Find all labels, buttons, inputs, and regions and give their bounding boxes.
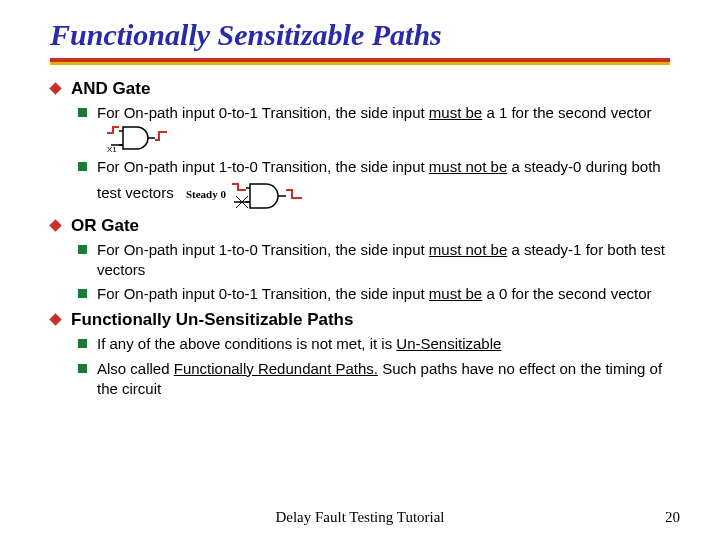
unsens-item-2: Also called Functionally Redundant Paths… — [78, 359, 670, 400]
text-underline: must not be — [429, 241, 507, 258]
square-bullet-icon — [78, 162, 87, 171]
bullet-text: If any of the above conditions is not me… — [97, 334, 670, 354]
text-underline: must be — [429, 285, 482, 302]
footer-title: Delay Fault Testing Tutorial — [275, 509, 444, 526]
text-pre: For On-path input 1-to-0 Transition, the… — [97, 241, 429, 258]
bullet-text: For On-path input 1-to-0 Transition, the… — [97, 240, 670, 281]
heading-text: OR Gate — [71, 216, 139, 236]
text-pre: For On-path input 1-to-0 Transition, the… — [97, 158, 429, 175]
or-item-2: For On-path input 0-to-1 Transition, the… — [78, 284, 670, 304]
bullet-text: For On-path input 0-to-1 Transition, the… — [97, 284, 670, 304]
diamond-bullet-icon — [49, 314, 61, 326]
text-pre: For On-path input 0-to-1 Transition, the… — [97, 285, 429, 302]
and-gate-diagram-1: X1 — [105, 123, 169, 153]
text-underline: Functionally Redundant Paths. — [174, 360, 378, 377]
heading-and-gate: AND Gate — [50, 79, 670, 99]
bullet-text: Also called Functionally Redundant Paths… — [97, 359, 670, 400]
square-bullet-icon — [78, 108, 87, 117]
title-rule — [50, 58, 670, 65]
steady-label: Steady 0 — [186, 187, 226, 199]
heading-text: AND Gate — [71, 79, 150, 99]
text-pre: Also called — [97, 360, 174, 377]
heading-text: Functionally Un-Sensitizable Paths — [71, 310, 353, 330]
slide-title: Functionally Sensitizable Paths — [50, 18, 670, 52]
and-item-2: For On-path input 1-to-0 Transition, the… — [78, 157, 670, 209]
diamond-bullet-icon — [49, 82, 61, 94]
text-pre: If any of the above conditions is not me… — [97, 335, 396, 352]
heading-or-gate: OR Gate — [50, 216, 670, 236]
text-underline: Un-Sensitizable — [396, 335, 501, 352]
x1-label: X1 — [107, 145, 117, 153]
and-gate-diagram-2: Steady 0 — [186, 178, 304, 210]
and-item-1: For On-path input 0-to-1 Transition, the… — [78, 103, 670, 153]
and-gate-icon — [230, 178, 304, 210]
text-underline: must be — [429, 104, 482, 121]
and-gate-icon: X1 — [105, 123, 169, 153]
bullet-text: For On-path input 0-to-1 Transition, the… — [97, 103, 670, 153]
square-bullet-icon — [78, 364, 87, 373]
text-underline: must not be — [429, 158, 507, 175]
square-bullet-icon — [78, 289, 87, 298]
diamond-bullet-icon — [49, 219, 61, 231]
text-pre: For On-path input 0-to-1 Transition, the… — [97, 104, 429, 121]
square-bullet-icon — [78, 339, 87, 348]
text-post: a 0 for the second vector — [482, 285, 651, 302]
square-bullet-icon — [78, 245, 87, 254]
or-item-1: For On-path input 1-to-0 Transition, the… — [78, 240, 670, 281]
text-post: a 1 for the second vector — [482, 104, 651, 121]
page-number: 20 — [665, 509, 680, 526]
bullet-text: For On-path input 1-to-0 Transition, the… — [97, 157, 670, 209]
unsens-item-1: If any of the above conditions is not me… — [78, 334, 670, 354]
heading-unsensitizable: Functionally Un-Sensitizable Paths — [50, 310, 670, 330]
